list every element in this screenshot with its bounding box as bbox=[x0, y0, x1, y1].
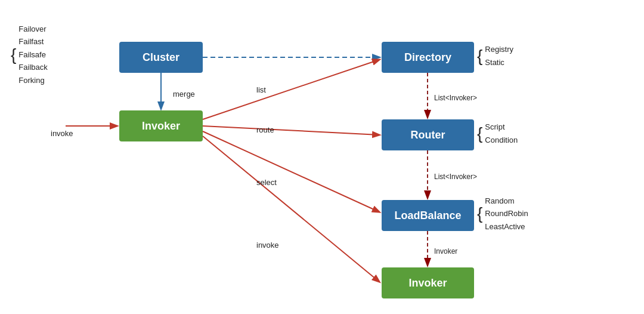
diagram-container: merge list route select invoke invoke Li… bbox=[0, 0, 644, 314]
list-label: list bbox=[256, 85, 266, 94]
directory-node: Directory bbox=[382, 42, 474, 73]
condition-label: Condition bbox=[485, 134, 518, 147]
invoker-to-loadbalance-arrow bbox=[203, 131, 379, 212]
failsafe-label: Failsafe bbox=[18, 48, 47, 61]
random-label: Random bbox=[485, 195, 528, 207]
failback-label: Failback bbox=[18, 61, 47, 73]
list-invoker-label-1: List<Invoker> bbox=[434, 94, 477, 102]
loadbalance-label: LoadBalance bbox=[394, 210, 461, 222]
merge-label: merge bbox=[173, 90, 195, 98]
list-invoker-label-2: List<Invoker> bbox=[434, 173, 477, 181]
select-label: select bbox=[256, 178, 277, 187]
forking-label: Forking bbox=[18, 74, 47, 87]
router-types-group: { Script Condition bbox=[477, 121, 518, 147]
diagram-svg: merge list route select invoke invoke Li… bbox=[0, 0, 644, 314]
loadbalance-node: LoadBalance bbox=[382, 200, 474, 231]
failfast-label: Failfast bbox=[18, 35, 47, 48]
loadbalance-brace-char: { bbox=[477, 204, 482, 223]
invoker-to-router-arrow bbox=[203, 126, 379, 135]
invoke-bottom-label: invoke bbox=[256, 241, 279, 250]
invoker-to-invoker-bottom-arrow bbox=[203, 136, 379, 282]
invoke-left-label: invoke bbox=[51, 129, 73, 138]
left-brace-char: { bbox=[11, 45, 16, 64]
router-label: Router bbox=[411, 129, 445, 141]
registry-label: Registry bbox=[485, 43, 513, 56]
invoker-label: Invoker bbox=[434, 247, 457, 255]
router-node: Router bbox=[382, 119, 474, 150]
cluster-types-brace-group: { Failover Failfast Failsafe Failback Fo… bbox=[11, 23, 48, 87]
cluster-node: Cluster bbox=[119, 42, 203, 73]
invoker-top-label: Invoker bbox=[142, 120, 180, 133]
invoker-bottom-label: Invoker bbox=[408, 277, 447, 290]
roundrobin-label: RoundRobin bbox=[485, 207, 528, 220]
invoker-to-directory-arrow bbox=[203, 60, 379, 119]
failover-label: Failover bbox=[18, 23, 47, 35]
cluster-label: Cluster bbox=[143, 51, 179, 64]
static-label: Static bbox=[485, 56, 513, 69]
router-brace-char: { bbox=[477, 124, 482, 143]
directory-types-group: { Registry Static bbox=[477, 43, 513, 69]
invoker-top-node: Invoker bbox=[119, 110, 203, 141]
route-label: route bbox=[256, 125, 274, 134]
invoker-bottom-node: Invoker bbox=[382, 267, 474, 298]
loadbalance-types-group: { Random RoundRobin LeastActive bbox=[477, 195, 528, 233]
directory-label: Directory bbox=[404, 51, 451, 64]
directory-brace-char: { bbox=[477, 47, 482, 65]
leastactive-label: LeastActive bbox=[485, 220, 528, 233]
script-label: Script bbox=[485, 121, 518, 134]
